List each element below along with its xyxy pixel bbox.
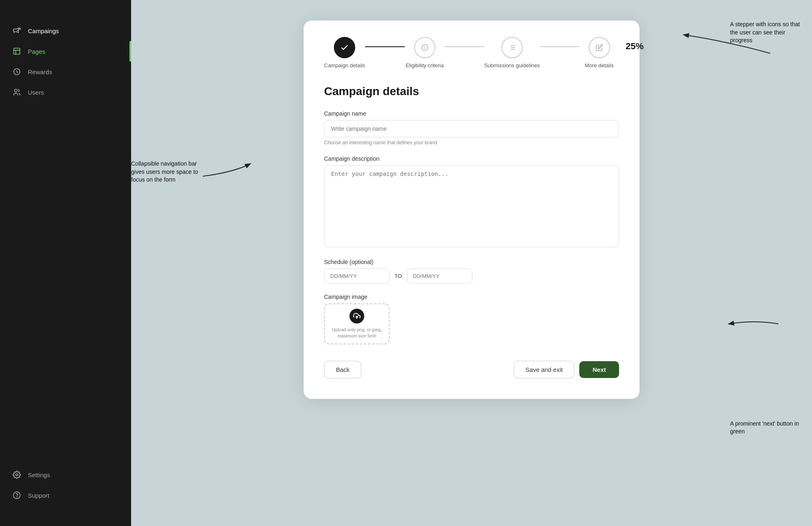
stepper-label-4: More details <box>585 62 614 68</box>
bottom-bar: Back Save and exit Next <box>324 361 619 378</box>
stepper-circle-2 <box>414 37 435 58</box>
svg-point-4 <box>14 89 17 92</box>
upload-box[interactable]: Upload only png, or jpeg, maximum size 5… <box>324 303 390 344</box>
sidebar-bottom: Settings Support <box>0 456 131 514</box>
campaign-description-group: Campaign description <box>324 155 619 249</box>
stepper-circle-3 <box>501 37 523 58</box>
stepper-line-2 <box>445 46 484 47</box>
stepper-label-1: Campaign details <box>324 62 365 68</box>
sidebar: Campaings Pages Rewards <box>0 0 131 526</box>
sidebar-support-label: Support <box>28 492 50 499</box>
stepper-item-submissions[interactable]: Submissions guidelines <box>484 37 540 68</box>
schedule-row: TO <box>324 269 619 284</box>
megaphone-icon <box>12 26 21 35</box>
annotation-left: Collapsible navigation bar gives users m… <box>131 160 205 184</box>
form-title: Campaign details <box>324 85 619 98</box>
sidebar-rewards-label: Rewards <box>28 68 52 75</box>
sidebar-users-label: Users <box>28 89 44 96</box>
campaign-description-label: Campaign description <box>324 155 619 162</box>
save-exit-button[interactable]: Save and exit <box>514 361 575 378</box>
stepper-circle-4 <box>589 37 610 58</box>
campaign-name-input[interactable] <box>324 120 619 137</box>
modal-card: Campaign details Eligibility criteria <box>304 20 640 399</box>
rewards-icon <box>12 67 21 76</box>
stepper-item-eligibility[interactable]: Eligibility criteria <box>405 37 445 68</box>
campaign-description-textarea[interactable] <box>324 165 619 247</box>
sidebar-campaigns-label: Campaings <box>28 27 59 34</box>
sidebar-item-pages[interactable]: Pages <box>0 41 131 61</box>
pages-icon <box>12 47 21 56</box>
back-button[interactable]: Back <box>324 361 361 378</box>
sidebar-item-settings[interactable]: Settings <box>0 465 131 485</box>
stepper-item-campaign-details[interactable]: Campaign details <box>324 37 365 68</box>
schedule-label: Schedule (optional) <box>324 259 619 265</box>
campaign-name-hint: Choose an interesting name that defines … <box>324 140 619 146</box>
progress-indicator: 25% <box>626 41 644 52</box>
schedule-group: Schedule (optional) TO <box>324 259 619 284</box>
sidebar-settings-label: Settings <box>28 471 50 478</box>
sidebar-item-campaigns[interactable]: Campaings <box>0 20 131 41</box>
stepper-wrapper: Campaign details Eligibility criteria <box>324 37 619 68</box>
sidebar-item-support[interactable]: Support <box>0 485 131 506</box>
settings-icon <box>12 470 21 479</box>
stepper-circle-1 <box>334 37 355 58</box>
main-area: Campaign details Eligibility criteria <box>131 0 812 526</box>
stepper-label-3: Submissions guidelines <box>484 62 540 68</box>
stepper-line-3 <box>540 46 580 47</box>
campaign-image-label: Campaign image <box>324 294 619 300</box>
stepper-label-2: Eligibility criteria <box>406 62 444 68</box>
campaign-name-label: Campaign name <box>324 110 619 117</box>
annotation-bottom-right: A prominent 'next' button in green <box>730 420 804 436</box>
campaign-name-group: Campaign name Choose an interesting name… <box>324 110 619 146</box>
schedule-from-input[interactable] <box>324 269 390 284</box>
stepper: Campaign details Eligibility criteria <box>324 37 619 68</box>
stepper-item-more-details[interactable]: More details <box>579 37 619 68</box>
sidebar-item-rewards[interactable]: Rewards <box>0 61 131 82</box>
stepper-line-1 <box>365 46 405 47</box>
annotation-top-right: A stepper with icons so that the user ca… <box>730 20 804 45</box>
campaign-image-group: Campaign image Upload only png, or jpeg,… <box>324 294 619 344</box>
upload-hint-text: Upload only png, or jpeg, maximum size 5… <box>325 327 389 339</box>
sidebar-item-users[interactable]: Users <box>0 82 131 102</box>
support-icon <box>12 491 21 500</box>
upload-icon <box>349 309 364 323</box>
svg-point-5 <box>16 474 18 476</box>
right-buttons: Save and exit Next <box>514 361 619 378</box>
svg-rect-0 <box>14 48 20 55</box>
schedule-to-label: TO <box>395 273 402 279</box>
next-button[interactable]: Next <box>579 361 619 378</box>
sidebar-pages-label: Pages <box>28 48 45 55</box>
users-icon <box>12 88 21 97</box>
sidebar-nav: Campaings Pages Rewards <box>0 12 131 456</box>
schedule-to-input[interactable] <box>407 269 472 284</box>
